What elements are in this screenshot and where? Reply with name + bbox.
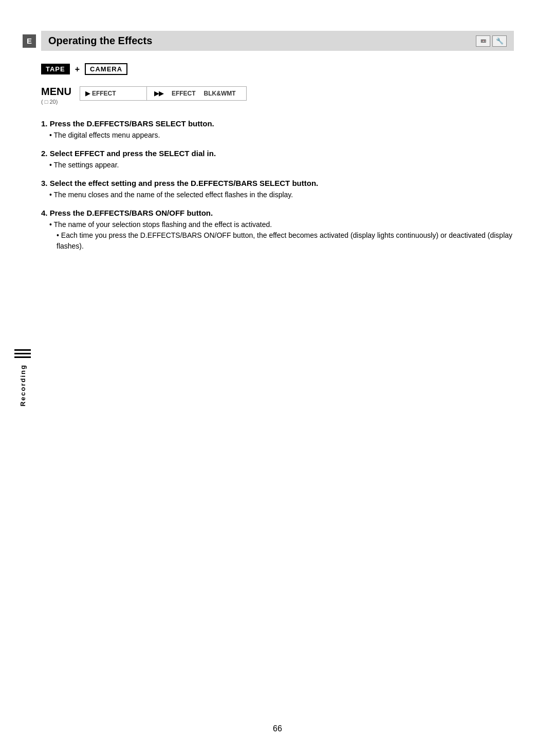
recording-line-3 bbox=[14, 356, 31, 358]
step-2: 2. Select EFFECT and press the SELECT di… bbox=[41, 149, 514, 171]
recording-line-2 bbox=[14, 353, 31, 354]
recording-lines bbox=[14, 349, 31, 358]
menu-item-left: ▶ EFFECT bbox=[80, 87, 147, 100]
step-1-bullet-1: • The digital effects menu appears. bbox=[49, 130, 514, 141]
menu-item-right: ▶▶ EFFECT BLK&WMT bbox=[147, 87, 246, 100]
tape-icon: 📼 bbox=[476, 35, 490, 47]
header-icons: 📼 🔧 bbox=[476, 35, 507, 47]
step-3-text: Select the effect setting and press the … bbox=[50, 179, 319, 187]
step-4-text: Press the D.EFFECTS/BARS ON/OFF button. bbox=[50, 209, 213, 217]
step-2-number: 2. bbox=[41, 149, 48, 158]
page-title: Operating the Effects bbox=[48, 35, 476, 47]
plus-sign: + bbox=[75, 65, 80, 74]
step-2-text: Select EFFECT and press the SELECT dial … bbox=[50, 149, 216, 158]
page-number: 66 bbox=[273, 724, 282, 733]
step-4: 4. Press the D.EFFECTS/BARS ON/OFF butto… bbox=[41, 209, 514, 252]
step-4-bullet-2: • Each time you press the D.EFFECTS/BARS… bbox=[57, 230, 514, 252]
wrench-icon: 🔧 bbox=[492, 35, 507, 47]
e-badge: E bbox=[23, 34, 36, 48]
recording-text: Recording bbox=[19, 364, 27, 406]
menu-diagram-box: ▶ EFFECT ▶▶ EFFECT BLK&WMT bbox=[80, 86, 247, 101]
step-1-number: 1. bbox=[41, 119, 48, 128]
step-4-bullet-1: • The name of your selection stops flash… bbox=[49, 219, 514, 230]
step-4-number: 4. bbox=[41, 209, 48, 217]
page-container: E Operating the Effects 📼 🔧 TAPE + CAMER… bbox=[0, 0, 555, 756]
step-3-number: 3. bbox=[41, 179, 48, 187]
step-1-text: Press the D.EFFECTS/BARS SELECT button. bbox=[50, 119, 214, 128]
step-3: 3. Select the effect setting and press t… bbox=[41, 179, 514, 200]
left-item-text: EFFECT bbox=[92, 90, 116, 97]
menu-label-wrap: MENU ( □ 20) bbox=[41, 86, 80, 105]
menu-label: MENU bbox=[41, 86, 71, 97]
menu-diagram: MENU ( □ 20) ▶ EFFECT ▶▶ EFFECT BLK&WMT bbox=[41, 86, 514, 105]
step-1: 1. Press the D.EFFECTS/BARS SELECT butto… bbox=[41, 119, 514, 141]
right-item2-text: BLK&WMT bbox=[204, 90, 236, 97]
recording-line-1 bbox=[14, 349, 31, 351]
step-3-bullet-1: • The menu closes and the name of the se… bbox=[49, 190, 514, 200]
sidebar-recording: Recording bbox=[14, 349, 31, 406]
camera-badge: CAMERA bbox=[85, 63, 127, 75]
step-4-title: 4. Press the D.EFFECTS/BARS ON/OFF butto… bbox=[41, 209, 514, 217]
step-1-title: 1. Press the D.EFFECTS/BARS SELECT butto… bbox=[41, 119, 514, 128]
left-arrow: ▶ bbox=[85, 90, 90, 97]
tape-badge: TAPE bbox=[41, 64, 70, 74]
step-2-title: 2. Select EFFECT and press the SELECT di… bbox=[41, 149, 514, 158]
steps-section: 1. Press the D.EFFECTS/BARS SELECT butto… bbox=[41, 119, 514, 252]
header-bar: E Operating the Effects 📼 🔧 bbox=[41, 31, 514, 51]
step-2-bullet-1: • The settings appear. bbox=[49, 160, 514, 171]
mode-badges: TAPE + CAMERA bbox=[41, 63, 514, 75]
right-arrow: ▶▶ bbox=[154, 90, 163, 97]
step-3-title: 3. Select the effect setting and press t… bbox=[41, 179, 514, 187]
menu-sub: ( □ 20) bbox=[41, 99, 80, 105]
right-item1-text: EFFECT bbox=[172, 90, 196, 97]
